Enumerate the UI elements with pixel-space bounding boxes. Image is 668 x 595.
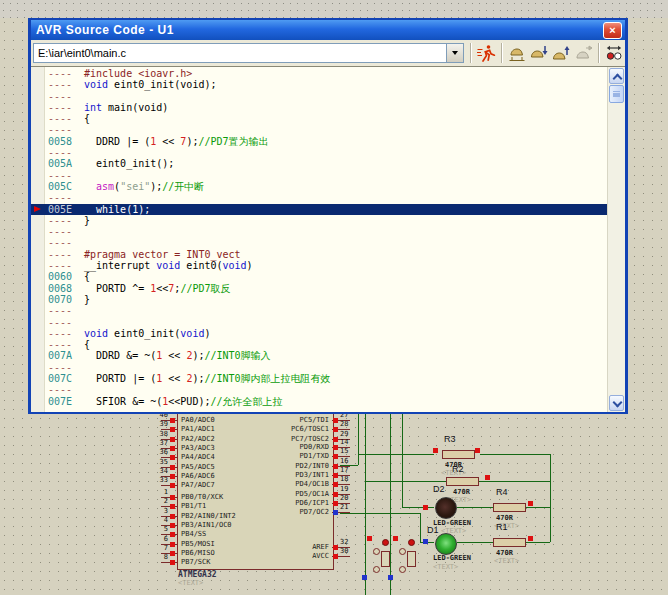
wire (457, 507, 493, 508)
pin-label: PA2/ADC2 (181, 435, 215, 443)
wire (365, 414, 366, 595)
line-text: __interrupt void eint0(void) (84, 260, 253, 271)
resistor-r3[interactable] (442, 450, 475, 459)
pin-label: PC7/TOSC2 (232, 435, 329, 443)
step-over-button[interactable] (506, 42, 528, 64)
code-line: 0060{ (31, 271, 607, 282)
pin-label: PD3/INT1 (232, 471, 329, 479)
wire (479, 481, 550, 482)
breakpoint-icon (604, 43, 624, 63)
code-line: ----void eint0_init(void) (31, 328, 607, 339)
pin-state-indicator (170, 427, 175, 432)
pin-number: 38 (146, 430, 168, 438)
pin-state-indicator (170, 437, 175, 442)
resistor-r4[interactable] (493, 503, 526, 512)
wire (390, 414, 391, 595)
pin-number: 5 (146, 525, 168, 533)
line-text: } (84, 294, 90, 305)
line-address: ---- (48, 170, 72, 181)
pin-state-indicator (423, 539, 428, 544)
resistor-value: 470R (496, 549, 513, 557)
debug-toolbar: E:\iar\eint0\main.c (31, 40, 625, 66)
source-file-combobox[interactable]: E:\iar\eint0\main.c (33, 43, 464, 63)
chip-placeholder: <TEXT> (178, 579, 203, 587)
code-line: ----} (31, 215, 607, 226)
line-address: ---- (48, 113, 72, 124)
line-text: eint0_init(); (84, 158, 174, 169)
resistor-r1[interactable] (493, 538, 526, 547)
pin-number: 30 (340, 547, 348, 555)
thumb-grip (613, 91, 620, 93)
run-simulation-button[interactable] (475, 42, 497, 64)
line-address: 005C (48, 181, 72, 192)
pin-state-indicator (333, 437, 338, 442)
code-line: ---- (31, 226, 607, 237)
wire (525, 542, 550, 543)
line-address: ---- (48, 384, 72, 395)
combobox-dropdown-button[interactable] (446, 44, 463, 62)
pin-label: PD7/OC2 (232, 508, 329, 516)
pin-state-indicator (485, 475, 490, 480)
led-d1[interactable] (435, 533, 457, 555)
pin-state-indicator (423, 505, 428, 510)
close-button[interactable]: × (603, 22, 622, 39)
code-line: ---- (31, 147, 607, 158)
push-button-terminal (399, 566, 406, 573)
step-into-button[interactable] (528, 42, 550, 64)
line-text: DDRD &= ~(1 << 2);//INT0脚输入 (84, 350, 271, 361)
pin-label: PB6/MISO (181, 549, 215, 557)
vertical-scrollbar[interactable] (607, 67, 625, 412)
resistor-r2[interactable] (446, 477, 479, 486)
code-line: ----__interrupt void eint0(void) (31, 260, 607, 271)
pin-number: 35 (146, 458, 168, 466)
avr-source-window: AVR Source Code - U1 × E:\iar\eint0\main… (28, 18, 628, 414)
resistor-placeholder: <TEXT> (494, 557, 519, 565)
code-line: ----{ (31, 339, 607, 350)
wire (525, 507, 550, 508)
title-bar[interactable]: AVR Source Code - U1 × (31, 20, 625, 40)
push-button-2[interactable] (407, 551, 416, 567)
line-address: 005E (48, 204, 72, 215)
pin-state-indicator (388, 575, 393, 580)
push-button-terminal (373, 566, 380, 573)
pin-label: PA0/ADC0 (181, 416, 215, 424)
push-button-terminal (373, 548, 380, 555)
code-line: ----int main(void) (31, 102, 607, 113)
toggle-breakpoint-button[interactable] (603, 42, 625, 64)
scroll-up-button[interactable] (609, 68, 624, 84)
pin-label: PB7/SCK (181, 558, 211, 566)
pin-number: 6 (146, 535, 168, 543)
pin-state-indicator (333, 464, 338, 469)
scroll-down-button[interactable] (609, 395, 624, 411)
line-address: ---- (48, 237, 72, 248)
led-d2[interactable] (435, 497, 457, 519)
run-to-cursor-button[interactable] (572, 42, 594, 64)
resistor-ref: R2 (452, 464, 464, 474)
line-address: 007E (48, 396, 72, 407)
step-over-icon (507, 43, 527, 63)
line-address: ---- (48, 192, 72, 203)
pin-number: 21 (340, 503, 348, 511)
step-out-button[interactable] (550, 42, 572, 64)
scrollbar-thumb[interactable] (609, 85, 624, 103)
line-address: ---- (48, 249, 72, 260)
chip-ref: ATMEGA32 (178, 570, 217, 579)
pin-number: 16 (340, 457, 348, 465)
code-line: ----#pragma vector = INT0_vect (31, 249, 607, 260)
pin-state-indicator (528, 536, 533, 541)
code-line: ---- (31, 237, 607, 248)
window-title: AVR Source Code - U1 (31, 23, 174, 37)
pin-state-indicator (362, 575, 367, 580)
line-text: #pragma vector = INT0_vect (84, 249, 241, 260)
line-text: void eint0_init(void); (84, 79, 216, 90)
pin-number: 15 (340, 447, 348, 455)
line-address: 0070 (48, 294, 72, 305)
pin-number: 39 (146, 420, 168, 428)
chevron-up-icon (613, 74, 623, 84)
line-address: ---- (48, 317, 72, 328)
line-address: 0060 (48, 271, 72, 282)
push-button-1[interactable] (381, 551, 390, 567)
pin-label: PA4/ADC4 (181, 453, 215, 461)
code-view[interactable]: ----#include <ioavr.h>----void eint0_ini… (31, 67, 607, 412)
line-text: void eint0_init(void) (84, 328, 210, 339)
